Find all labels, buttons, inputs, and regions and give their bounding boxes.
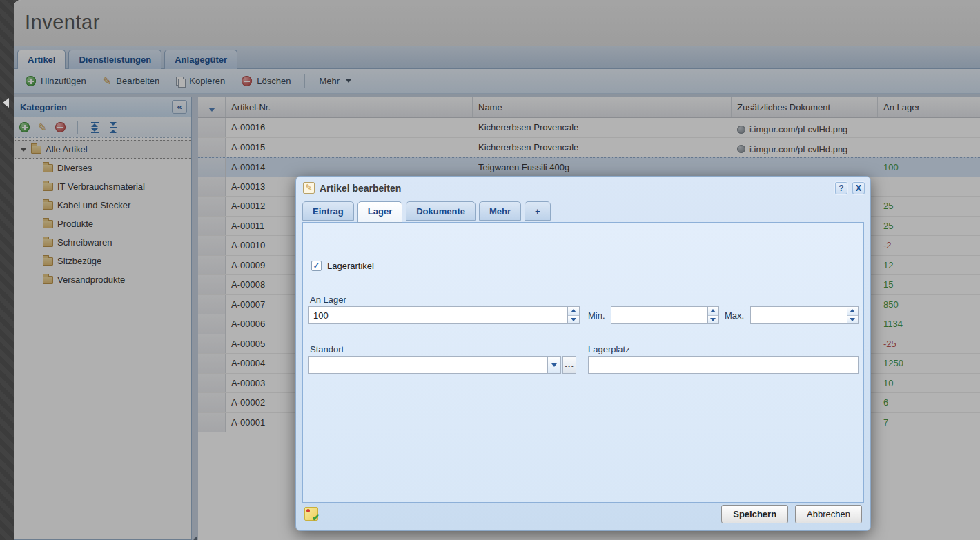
dialog-tab-dokumente[interactable]: Dokumente [406, 201, 476, 221]
lagerartikel-row: ✓ Lagerartikel [311, 261, 374, 271]
lagerplatz-label: Lagerplatz [588, 344, 630, 354]
max-input[interactable] [750, 306, 847, 324]
dialog-body: ✓ Lagerartikel An Lager Min. Max. [302, 222, 864, 503]
app-window: Inventar ArtikelDienstleistungenAnlagegü… [14, 0, 980, 540]
dialog-tab-bar: EintragLagerDokumenteMehr+ [302, 201, 864, 223]
standort-label: Standort [310, 344, 344, 354]
standort-input[interactable] [308, 356, 548, 374]
dialog-tab-mehr[interactable]: Mehr [479, 201, 521, 221]
standort-browse-button[interactable]: ... [562, 356, 576, 374]
cancel-button[interactable]: Abbrechen [795, 505, 862, 523]
an-lager-label: An Lager [310, 294, 346, 305]
spin-up-icon[interactable] [568, 307, 579, 315]
dialog-footer: ✔ Speichern Abbrechen [296, 501, 870, 530]
an-lager-spinner [568, 306, 580, 324]
note-icon[interactable]: ✔ [304, 507, 318, 521]
max-spin-field [750, 306, 859, 324]
min-label: Min. [588, 310, 605, 321]
help-button[interactable]: ? [835, 182, 847, 194]
spin-up-icon[interactable] [847, 307, 858, 315]
lagerartikel-label: Lagerartikel [327, 261, 374, 271]
an-lager-spin-field [308, 306, 580, 324]
lagerplatz-input[interactable] [588, 356, 859, 374]
max-label: Max. [725, 310, 744, 321]
min-input[interactable] [611, 306, 708, 324]
spin-up-icon[interactable] [708, 307, 718, 315]
strip-collapse-arrow-icon[interactable] [3, 98, 9, 108]
an-lager-input[interactable] [308, 306, 568, 324]
lagerplatz-field [588, 356, 859, 374]
standort-combo: ... [308, 356, 576, 374]
spin-down-icon[interactable] [708, 315, 718, 324]
edit-article-dialog: ✎ Artikel bearbeiten ? X EintragLagerDok… [295, 176, 871, 531]
save-button[interactable]: Speichern [721, 505, 788, 523]
combo-dropdown-icon[interactable] [548, 356, 562, 374]
dialog-tab-lager[interactable]: Lager [357, 201, 402, 223]
spin-down-icon[interactable] [847, 315, 858, 324]
max-spinner [847, 306, 859, 324]
dialog-header: ✎ Artikel bearbeiten ? X [296, 177, 870, 199]
dialog-tab-eintrag[interactable]: Eintrag [302, 201, 354, 221]
close-button[interactable]: X [852, 182, 865, 194]
edit-pencil-icon: ✎ [303, 182, 315, 194]
lagerartikel-checkbox[interactable]: ✓ [311, 261, 322, 271]
min-spinner [708, 306, 719, 324]
spin-down-icon[interactable] [568, 315, 579, 324]
dialog-tab--[interactable]: + [525, 201, 551, 221]
dialog-title: Artikel bearbeiten [320, 183, 830, 194]
min-spin-field [611, 306, 719, 324]
